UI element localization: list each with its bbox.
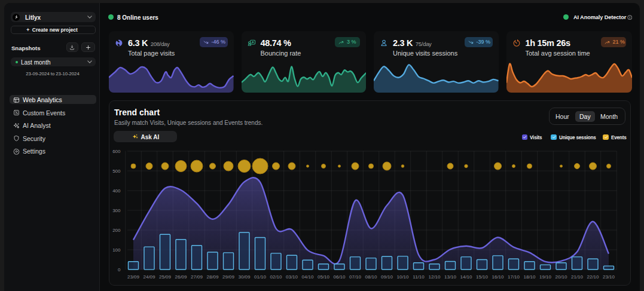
svg-text:03/10: 03/10 [286, 274, 298, 280]
svg-text:04/10: 04/10 [301, 274, 314, 280]
svg-text:500: 500 [112, 169, 121, 174]
svg-text:20/10: 20/10 [555, 274, 567, 280]
svg-text:02/10: 02/10 [270, 274, 282, 280]
svg-text:26/09: 26/09 [175, 274, 187, 280]
svg-text:09/10: 09/10 [381, 274, 393, 280]
svg-text:15/10: 15/10 [476, 274, 489, 280]
svg-text:28/09: 28/09 [206, 274, 219, 280]
svg-text:23/09: 23/09 [127, 274, 140, 280]
svg-text:400: 400 [112, 188, 121, 194]
svg-text:100: 100 [112, 247, 121, 253]
svg-text:12/10: 12/10 [428, 274, 441, 280]
svg-text:11/10: 11/10 [413, 274, 425, 280]
svg-text:10/10: 10/10 [396, 274, 409, 280]
svg-text:14/10: 14/10 [460, 274, 472, 280]
svg-text:23/10: 23/10 [603, 274, 615, 280]
svg-text:13/10: 13/10 [444, 274, 457, 280]
svg-text:08/10: 08/10 [365, 274, 377, 280]
svg-text:200: 200 [112, 228, 121, 233]
svg-text:05/10: 05/10 [318, 274, 330, 280]
svg-text:16/10: 16/10 [492, 274, 504, 280]
svg-text:01/10: 01/10 [254, 274, 267, 280]
svg-text:25/09: 25/09 [159, 274, 172, 280]
svg-text:06/10: 06/10 [333, 274, 346, 280]
svg-text:600: 600 [112, 149, 121, 154]
svg-text:24/09: 24/09 [143, 274, 155, 280]
svg-text:07/10: 07/10 [349, 274, 362, 280]
svg-text:17/10: 17/10 [508, 274, 520, 280]
svg-text:30/09: 30/09 [238, 274, 251, 280]
svg-text:29/09: 29/09 [222, 274, 235, 280]
svg-text:300: 300 [112, 208, 121, 213]
svg-text:18/10: 18/10 [523, 274, 536, 280]
svg-text:0: 0 [118, 267, 121, 272]
svg-text:27/09: 27/09 [191, 274, 203, 280]
svg-text:21/10: 21/10 [571, 274, 584, 280]
svg-text:19/10: 19/10 [539, 274, 552, 280]
svg-text:22/10: 22/10 [587, 274, 599, 280]
